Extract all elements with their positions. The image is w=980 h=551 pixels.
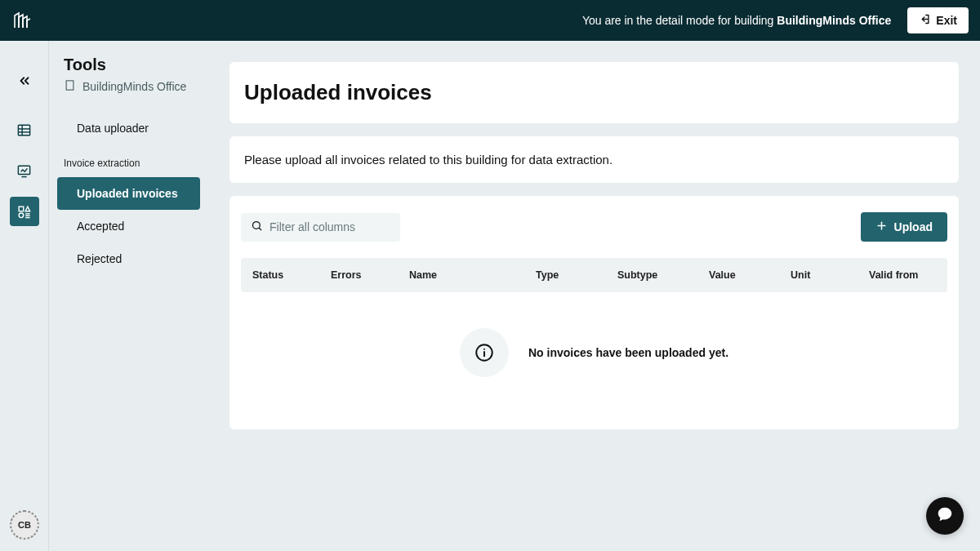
exit-icon [919, 13, 931, 28]
sidebar-item-uploaded-invoices[interactable]: Uploaded invoices [57, 177, 200, 210]
table-toolbar: Upload [241, 212, 947, 242]
svg-rect-12 [66, 81, 74, 90]
app-logo[interactable] [11, 10, 33, 31]
filter-input[interactable] [270, 220, 390, 233]
instruction-card: Please upload all invoices related to th… [229, 136, 959, 183]
sidebar: Tools BuildingMinds Office Data uploader… [49, 41, 208, 551]
chat-icon [936, 505, 954, 527]
exit-button-label: Exit [936, 14, 957, 27]
table-header-row: Status Errors Name Type Subtype Value Un… [241, 258, 947, 292]
empty-state-text: No invoices have been uploaded yet. [528, 346, 728, 359]
detail-mode-message: You are in the detail mode for building … [582, 14, 891, 27]
info-icon [460, 328, 509, 377]
col-header-name[interactable]: Name [409, 269, 536, 281]
empty-state: No invoices have been uploaded yet. [241, 292, 947, 413]
page-title: Uploaded invoices [229, 62, 959, 123]
col-header-valid-from[interactable]: Valid from [869, 269, 936, 281]
upload-button[interactable]: Upload [861, 212, 947, 242]
svg-point-8 [19, 213, 24, 218]
instruction-text: Please upload all invoices related to th… [229, 136, 959, 183]
svg-marker-7 [25, 207, 30, 211]
search-icon [251, 220, 263, 235]
page-title-card: Uploaded invoices [229, 62, 959, 123]
svg-point-19 [253, 221, 261, 229]
sidebar-building-name: BuildingMinds Office [82, 80, 186, 93]
rail-item-monitor[interactable] [10, 156, 39, 185]
col-header-value[interactable]: Value [709, 269, 791, 281]
sidebar-item-rejected[interactable]: Rejected [49, 242, 208, 275]
main-content: Uploaded invoices Please upload all invo… [208, 41, 980, 551]
svg-rect-0 [18, 125, 29, 136]
svg-line-20 [259, 228, 261, 230]
col-header-errors[interactable]: Errors [331, 269, 409, 281]
col-header-unit[interactable]: Unit [791, 269, 869, 281]
user-avatar[interactable]: CB [10, 510, 39, 540]
table-card: Upload Status Errors Name Type Subtype V… [229, 196, 959, 429]
filter-input-wrap[interactable] [241, 213, 400, 242]
sidebar-link-data-uploader[interactable]: Data uploader [49, 112, 208, 144]
chat-fab[interactable] [926, 497, 964, 535]
exit-button[interactable]: Exit [907, 7, 969, 33]
app-header: You are in the detail mode for building … [0, 0, 980, 41]
sidebar-item-accepted[interactable]: Accepted [49, 210, 208, 242]
upload-button-label: Upload [894, 220, 933, 233]
collapse-sidebar-button[interactable] [13, 69, 36, 92]
svg-rect-6 [19, 207, 24, 211]
col-header-type[interactable]: Type [536, 269, 617, 281]
nav-rail: CB [0, 41, 49, 551]
sidebar-building: BuildingMinds Office [49, 79, 208, 112]
col-header-subtype[interactable]: Subtype [617, 269, 709, 281]
rail-item-table[interactable] [10, 115, 39, 144]
building-icon [64, 79, 76, 94]
plus-icon [875, 220, 888, 234]
sidebar-section-invoice-extraction: Invoice extraction [49, 144, 208, 177]
rail-item-tools[interactable] [10, 197, 39, 226]
svg-rect-4 [18, 166, 29, 174]
col-header-status[interactable]: Status [252, 269, 331, 281]
sidebar-title: Tools [49, 56, 208, 79]
